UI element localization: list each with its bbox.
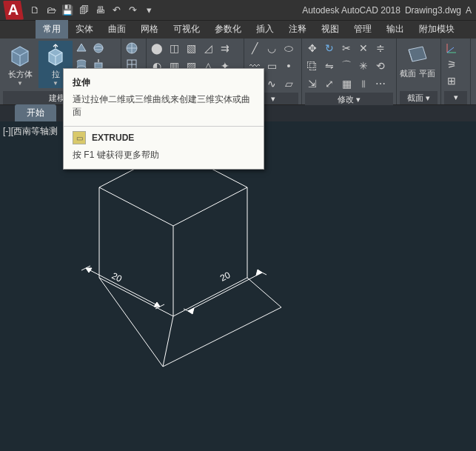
- sphere-icon[interactable]: [91, 41, 106, 56]
- arc-icon[interactable]: ◡: [264, 41, 279, 56]
- tab-insert[interactable]: 插入: [249, 20, 281, 39]
- panel-coord-title[interactable]: ▾: [444, 91, 467, 104]
- new-icon[interactable]: 🗋: [28, 4, 41, 17]
- saveas-icon[interactable]: 🗐: [77, 4, 90, 17]
- svg-marker-40: [256, 270, 262, 275]
- panel-modify: ✥ ⿻ ⇲ ↻ ⇋ ⤢ ✂ ⌒ ▦ ✕ ✳ ⫴ ≑ ⟲ ⋯ 修改 ▾: [302, 39, 397, 104]
- mirror-icon[interactable]: ⇋: [322, 59, 337, 73]
- model-scene: 20 20: [0, 122, 476, 451]
- tab-home[interactable]: 常用: [36, 20, 68, 39]
- svg-line-29: [173, 278, 247, 316]
- title-tail: A: [466, 5, 472, 16]
- rotate-icon[interactable]: ↻: [322, 41, 337, 56]
- chevron-down-icon: ▼: [53, 80, 58, 87]
- fillet-icon[interactable]: ⌒: [339, 59, 354, 73]
- tab-surface[interactable]: 曲面: [101, 20, 133, 39]
- polysolid-icon[interactable]: [74, 41, 89, 56]
- svg-point-6: [94, 44, 103, 53]
- rotate3d-icon[interactable]: ⟲: [373, 59, 388, 73]
- viewport[interactable]: [-][西南等轴测 20: [0, 122, 476, 451]
- extrude-label: 拉: [52, 69, 60, 80]
- section-plane-label: 截面 平面: [400, 69, 435, 78]
- redo-icon[interactable]: ↷: [126, 4, 139, 17]
- svg-line-28: [99, 278, 173, 316]
- spline-icon[interactable]: ∿: [264, 76, 279, 91]
- panel-modify-title[interactable]: 修改 ▾: [305, 93, 393, 105]
- open-icon[interactable]: 🗁: [44, 4, 58, 17]
- undo-icon[interactable]: ↶: [110, 4, 123, 17]
- ucs2-icon[interactable]: ⚞: [444, 57, 459, 72]
- tooltip-help: 按 F1 键获得更多帮助: [73, 149, 255, 161]
- ucs-icon[interactable]: [444, 41, 459, 56]
- panel-section: 截面 平面 截面 ▾: [397, 39, 441, 104]
- svg-rect-11: [95, 63, 102, 68]
- line-icon[interactable]: ╱: [247, 41, 262, 56]
- quick-access-toolbar: 🗋 🗁 💾 🗐 🖶 ↶ ↷ ▾: [28, 4, 155, 17]
- svg-line-24: [447, 47, 454, 53]
- tooltip-title: 拉伸: [73, 76, 255, 89]
- erase-icon[interactable]: ✕: [356, 41, 371, 56]
- titlebar: A 🗋 🗁 💾 🗐 🖶 ↶ ↷ ▾ Autodesk AutoCAD 2018 …: [0, 0, 476, 21]
- tab-annotate[interactable]: 注释: [281, 20, 314, 39]
- tab-start[interactable]: 开始: [15, 104, 56, 121]
- rect-icon[interactable]: ▭: [264, 59, 279, 73]
- offset2-icon[interactable]: ⫴: [356, 76, 371, 91]
- tab-manage[interactable]: 管理: [346, 20, 379, 39]
- box-button[interactable]: 长方体 ▼: [3, 41, 37, 88]
- copy-icon[interactable]: ⿻: [305, 59, 320, 73]
- section-plane-icon: [405, 42, 430, 67]
- file-name: Drawing3.dwg: [405, 5, 461, 16]
- stretch-icon[interactable]: ⇲: [305, 76, 320, 91]
- tab-parametric[interactable]: 参数化: [207, 20, 249, 39]
- tooltip-command: EXTRUDE: [92, 133, 134, 143]
- arraypath-icon[interactable]: ⋯: [373, 76, 388, 91]
- tooltip: 拉伸 通过拉伸二维或三维曲线来创建三维实体或曲面 ▭ EXTRUDE 按 F1 …: [63, 68, 264, 170]
- tab-mesh[interactable]: 网格: [133, 20, 166, 39]
- chevron-down-icon: ▼: [17, 80, 23, 87]
- extract-icon[interactable]: ▧: [184, 41, 198, 56]
- dimension-2: 20: [218, 270, 232, 284]
- box-label: 长方体: [8, 69, 33, 80]
- explode-icon[interactable]: ✳: [356, 59, 371, 73]
- array-icon[interactable]: ▦: [339, 76, 354, 91]
- union-icon[interactable]: ⬤: [150, 41, 164, 56]
- chamfer-edge-icon[interactable]: ◿: [201, 41, 215, 56]
- tab-view[interactable]: 视图: [314, 20, 346, 39]
- app-title: Autodesk AutoCAD 2018: [302, 5, 400, 16]
- panel-coord: ⚞ ⊞ ▾: [441, 39, 471, 104]
- ribbon-tabs: 常用 实体 曲面 网格 可视化 参数化 插入 注释 视图 管理 输出 附加模块: [0, 21, 476, 39]
- plot-icon[interactable]: 🖶: [93, 4, 107, 17]
- slice-icon[interactable]: ◫: [167, 41, 181, 56]
- tab-addins[interactable]: 附加模块: [412, 20, 462, 39]
- svg-marker-5: [77, 44, 86, 51]
- svg-marker-39: [188, 308, 194, 314]
- tab-visualize[interactable]: 可视化: [166, 20, 207, 39]
- command-icon: ▭: [73, 131, 86, 144]
- tab-solid[interactable]: 实体: [68, 20, 101, 39]
- extrude-icon: [43, 42, 68, 67]
- tab-output[interactable]: 输出: [379, 20, 412, 39]
- separate-icon[interactable]: ⇉: [218, 41, 232, 56]
- svg-line-30: [163, 316, 173, 367]
- region-icon[interactable]: ▱: [281, 76, 296, 91]
- qat-more-icon[interactable]: ▾: [142, 4, 155, 17]
- save-icon[interactable]: 💾: [61, 4, 74, 17]
- panel-section-title[interactable]: 截面 ▾: [400, 91, 438, 104]
- trim-icon[interactable]: ✂: [339, 41, 354, 56]
- move-icon[interactable]: ✥: [305, 41, 320, 56]
- app-logo[interactable]: A: [3, 1, 24, 20]
- ucs3-icon[interactable]: ⊞: [444, 73, 459, 88]
- align-icon[interactable]: ≑: [373, 41, 388, 56]
- dimension-1: 20: [110, 270, 124, 284]
- box-icon: [7, 42, 33, 67]
- ellipse-icon[interactable]: ⬭: [281, 41, 296, 56]
- smooth-icon[interactable]: [124, 41, 139, 56]
- scale-icon[interactable]: ⤢: [322, 76, 337, 91]
- tooltip-desc: 通过拉伸二维或三维曲线来创建三维实体或曲面: [73, 93, 255, 118]
- point-icon[interactable]: •: [281, 59, 296, 73]
- section-plane-button[interactable]: 截面 平面: [400, 41, 435, 79]
